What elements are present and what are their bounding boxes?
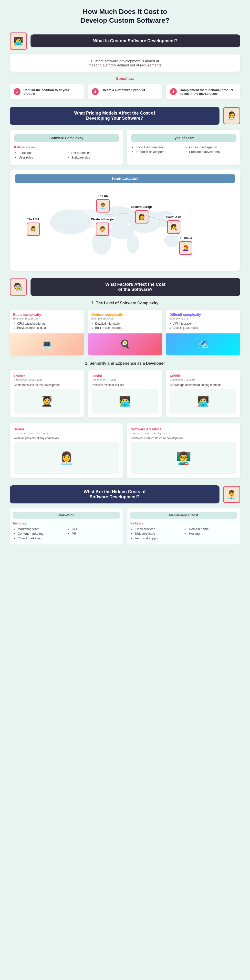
- map-section: Team Location The USA 👩‍💼: [10, 170, 240, 270]
- dev-senior: Senior Experience more than 3 years Work…: [10, 423, 123, 478]
- location-au-avatar: 👩‍🦰: [179, 241, 193, 255]
- depends-item-4: Software size: [71, 156, 119, 159]
- medium-point-1: Detailed information: [95, 322, 159, 325]
- avatar-2: 👩‍💼: [223, 107, 240, 124]
- dev-architect-illustration: 👨‍🏫: [131, 442, 236, 474]
- developer-cards-row2: Senior Experience more than 3 years Work…: [10, 423, 240, 478]
- complexity-card-difficult: Difficult complexity Example: QGIS API i…: [166, 310, 240, 355]
- depends-col1: Functions User roles: [14, 151, 66, 160]
- location-usa-avatar: 👩‍💼: [27, 223, 40, 236]
- spec-text-3: Complement the functional product needs …: [180, 88, 236, 95]
- map-container: The USA 👩‍💼 The UK 👨‍💼 Western Europe 🧑‍…: [14, 188, 236, 266]
- section1-info: Custom software development is aimed at …: [10, 54, 240, 72]
- spec-number-1: 1: [14, 88, 21, 95]
- marketing-card: Marketing Includes: Marketing team Conte…: [10, 508, 123, 544]
- marketing-includes-label: Includes:: [13, 522, 119, 525]
- marketing-col2: SEO PR: [67, 527, 119, 541]
- team-col1: Local Dev company In-house developers: [131, 145, 182, 154]
- spec-number-2: 2: [92, 88, 99, 95]
- location-sa-label: South Asia: [165, 215, 183, 220]
- medium-point-2: Built-in user features: [95, 326, 159, 329]
- complexity-header-label: Software Complexity: [14, 134, 119, 142]
- complexity-medium-screenshot: 🍳: [88, 333, 162, 355]
- location-uk-label: The UK: [96, 194, 110, 198]
- dev-junior-exp: Experience 0-1 year: [92, 379, 158, 381]
- maintenance-item-3: Technical support: [135, 536, 183, 540]
- team-item-2: In-house developers: [136, 150, 182, 154]
- avatar-3: 🧑‍🔬: [10, 278, 27, 296]
- dev-senior-desc: Work on projects of any complexity: [14, 436, 119, 440]
- dev-middle-illustration: 👩‍💻: [170, 389, 236, 414]
- maintenance-col2: Domain name Hosting: [185, 527, 237, 541]
- team-type-cols: Local Dev company In-house developers Ou…: [131, 145, 236, 154]
- page-title: How Much Does it Cost to Develop Custom …: [10, 7, 240, 25]
- spec-text-1: Rebuild the solution to fit your product: [24, 88, 80, 95]
- basic-point-1: CRM based platforms: [17, 322, 81, 325]
- marketing-item-2: Content marketing: [18, 532, 65, 535]
- maintenance-item-4: Domain name: [189, 527, 237, 531]
- complexity-medium-points: Detailed information Built-in user featu…: [91, 322, 159, 329]
- dev-middle: Middle Experience 1-3 years Knowledge of…: [166, 370, 240, 417]
- section2-question: What Pricing Models Affect the Cost of D…: [10, 107, 220, 125]
- complexity-medium-title: Medium complexity: [91, 313, 159, 317]
- svg-point-7: [126, 234, 139, 253]
- complexity-difficult-screenshot: 🗺️: [166, 333, 240, 355]
- maintenance-item-2: SSL certificate: [135, 532, 183, 535]
- team-type-header: Type of Team: [131, 134, 236, 142]
- seniority-section-label: 2. Seniority and Experience as a Develop…: [10, 361, 240, 366]
- location-ee-label: Eastern Europe: [129, 205, 154, 209]
- dev-architect-title: Software Architect: [131, 427, 236, 431]
- dev-middle-desc: Knowledge of standard coding methods: [170, 383, 236, 387]
- dev-architect-desc: Technical product structure development: [131, 436, 236, 440]
- spec-card-2: 2 Create a customized product: [88, 84, 162, 99]
- section4-question: What Are the Hidden Costs of Software De…: [10, 485, 220, 503]
- section3-question: What Factors Affect the Cost of the Soft…: [30, 278, 240, 296]
- marketing-title: Marketing: [13, 512, 119, 519]
- location-usa-label: The USA: [25, 217, 41, 221]
- dev-trainee-illustration: 🧑‍🎓: [14, 389, 80, 414]
- difficult-point-1: API integration: [174, 322, 237, 325]
- location-usa: The USA 👩‍💼: [25, 217, 41, 236]
- complexity-difficult-header: Difficult complexity Example: QGIS API i…: [166, 310, 240, 333]
- location-ee-avatar: 👩: [135, 210, 148, 223]
- spec-card-1: 1 Rebuild the solution to fit your produ…: [10, 84, 84, 99]
- dev-junior-illustration: 👨‍💻: [92, 389, 158, 414]
- location-we-label: Western Europe: [89, 217, 115, 221]
- spec-card-3: 3 Complement the functional product need…: [166, 84, 240, 99]
- location-south-asia: South Asia 👧: [165, 215, 183, 234]
- dev-architect-exp: Experience more than 4 years: [131, 432, 236, 434]
- dev-junior-desc: Possess minimal skill set: [92, 383, 158, 387]
- section1-question: What Is Custom Software Development?: [30, 35, 240, 48]
- maintenance-includes-label: Includes:: [131, 522, 237, 525]
- complexity-basic-example: Example: Blogger.com: [13, 317, 81, 320]
- depends-item-2: User roles: [19, 156, 66, 159]
- depends-label: It depends on:: [14, 145, 119, 149]
- svg-point-5: [164, 234, 180, 247]
- location-uk: The UK 👨‍💼: [96, 194, 110, 213]
- dev-trainee-desc: Contributes little to the development: [14, 383, 80, 387]
- complexity-medium-example: Example: BigOven: [91, 317, 159, 320]
- marketing-col1: Marketing team Content marketing Crowd m…: [13, 527, 65, 541]
- maintenance-col1: Email services SSL certificate Technical…: [131, 527, 183, 541]
- avatar-4: 👨‍💼: [223, 486, 240, 503]
- complexity-basic-header: Basic complexity Example: Blogger.com CR…: [10, 310, 84, 333]
- team-type-card: Type of Team Local Dev company In-house …: [127, 130, 240, 165]
- section2-header: 👩‍💼 What Pricing Models Affect the Cost …: [10, 107, 240, 125]
- maintenance-cols: Email services SSL certificate Technical…: [131, 527, 237, 541]
- complexity-difficult-example: Example: QGIS: [169, 317, 237, 320]
- avatar-1: 🧑‍💻: [10, 32, 27, 49]
- dev-trainee-title: Trainee: [14, 374, 80, 378]
- marketing-cols: Marketing team Content marketing Crowd m…: [13, 527, 119, 541]
- depends-item-1: Functions: [19, 151, 66, 154]
- section4-header: 👨‍💼 What Are the Hidden Costs of Softwar…: [10, 485, 240, 503]
- location-we-avatar: 🧑‍💼: [96, 223, 109, 236]
- dev-architect: Software Architect Experience more than …: [127, 423, 240, 478]
- depends-col2: Set of entities Software size: [67, 151, 119, 160]
- map-title: Team Location: [14, 174, 236, 183]
- marketing-item-3: Crowd marketing: [18, 536, 65, 540]
- complexity-difficult-points: API integration Defining user roles: [169, 322, 237, 329]
- section1-header: 🧑‍💻 What Is Custom Software Development?: [10, 32, 240, 49]
- dev-senior-title: Senior: [14, 427, 119, 431]
- dev-junior: Junior Experience 0-1 year Possess minim…: [88, 370, 162, 417]
- marketing-item-4: SEO: [72, 527, 119, 531]
